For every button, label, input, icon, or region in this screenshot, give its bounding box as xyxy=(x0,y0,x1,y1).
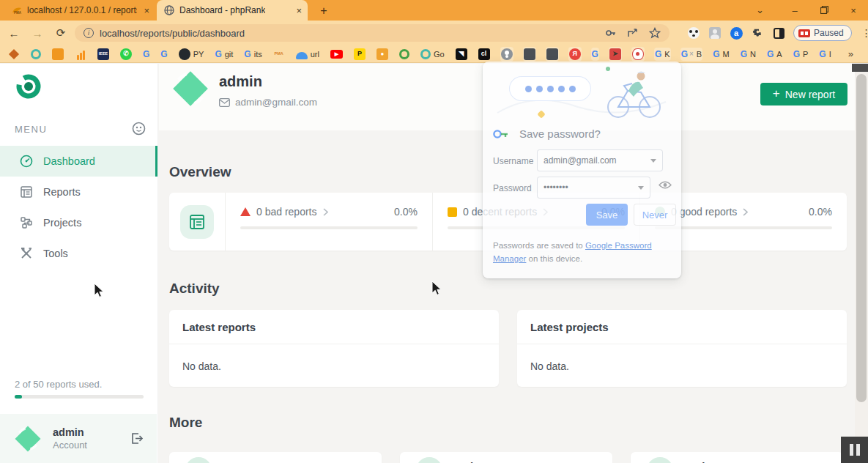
site-info-icon[interactable]: i xyxy=(84,28,94,38)
bookmark-item[interactable]: GA xyxy=(766,48,783,61)
password-select[interactable]: •••••••• xyxy=(537,177,650,199)
bookmark-label: N xyxy=(750,50,756,59)
bookmark-item[interactable]: Я xyxy=(568,47,582,62)
account-name: admin xyxy=(53,426,87,438)
logout-icon[interactable] xyxy=(130,431,144,445)
address-bar[interactable]: i localhost/reports/public/dashboard xyxy=(75,24,669,42)
sidebar-item-tools[interactable]: Tools xyxy=(0,238,157,269)
bookmark-item[interactable] xyxy=(523,47,536,62)
extensions-puzzle-icon[interactable] xyxy=(751,26,764,40)
recorder-pause-button[interactable] xyxy=(841,437,868,463)
bookmark-item[interactable]: ◥ xyxy=(455,47,468,62)
more-reports-card[interactable]: Reports xyxy=(169,452,382,463)
chip-favicon: ◥ xyxy=(456,48,467,60)
bookmark-item[interactable] xyxy=(74,47,87,62)
github-favicon xyxy=(179,48,190,60)
tab-title: Dashboard - phpRank xyxy=(179,5,265,15)
account-role: Account xyxy=(53,440,87,451)
bookmark-item[interactable] xyxy=(500,47,513,62)
sq-favicon xyxy=(52,48,64,60)
bookmark-item[interactable]: G xyxy=(142,48,150,61)
maximize-button[interactable] xyxy=(809,5,839,16)
at-extension-icon[interactable]: a xyxy=(730,26,743,40)
bookmark-item[interactable]: ● xyxy=(376,47,389,62)
activity-title: Activity xyxy=(169,281,220,297)
latest-projects-card: Latest projects No data. xyxy=(517,310,847,387)
new-report-button[interactable]: +New report xyxy=(760,83,847,105)
bookmark-item[interactable]: Go xyxy=(420,48,445,61)
bookmark-item[interactable]: G×B xyxy=(680,48,703,61)
bookmark-item[interactable]: GN xyxy=(740,48,757,61)
bookmark-item[interactable]: PY xyxy=(178,47,205,62)
bookmark-item[interactable]: url xyxy=(295,48,320,61)
profile-extension-icon[interactable] xyxy=(708,26,722,40)
bookmark-item[interactable]: GP xyxy=(793,48,809,61)
latest-reports-card: Latest reports No data. xyxy=(169,310,499,387)
tab-search-icon[interactable]: ⌄ xyxy=(756,4,764,15)
popup-title: Save password? xyxy=(519,127,601,140)
browser-menu-icon[interactable]: ⋮ xyxy=(861,27,868,39)
close-window-button[interactable]: × xyxy=(839,5,868,16)
bookmark-label: A xyxy=(776,50,782,59)
bookmark-item[interactable] xyxy=(30,48,42,61)
bookmark-item[interactable]: G xyxy=(160,48,168,61)
bookmark-item[interactable] xyxy=(51,47,64,62)
never-save-button[interactable]: Never xyxy=(634,204,676,226)
bookmark-item[interactable] xyxy=(631,47,645,62)
bookmarks-overflow-icon[interactable]: » xyxy=(848,48,853,59)
bookmark-item[interactable]: Gits xyxy=(243,48,262,61)
google-favicon: G xyxy=(681,49,688,59)
account-section[interactable]: admin Account xyxy=(0,414,157,463)
bookmark-star-icon[interactable] xyxy=(649,27,661,39)
bookmark-item[interactable] xyxy=(546,47,559,62)
reload-button[interactable]: ⟳ xyxy=(51,23,70,42)
strike-icon: × xyxy=(689,50,694,58)
side-panel-icon[interactable] xyxy=(772,26,785,40)
tab-close-icon[interactable]: × xyxy=(144,6,149,15)
bookmark-item[interactable]: GM xyxy=(712,48,730,61)
sidebar-item-dashboard[interactable]: Dashboard xyxy=(0,146,157,177)
bookmark-item[interactable]: ▶ xyxy=(330,48,344,60)
sidebar-item-label: Tools xyxy=(43,248,68,259)
bookmark-label: url xyxy=(311,50,319,59)
show-password-eye-icon[interactable] xyxy=(659,180,672,190)
back-button[interactable]: ← xyxy=(4,23,23,42)
forward-button[interactable]: → xyxy=(28,23,47,42)
recorder-paused-badge[interactable]: Paused xyxy=(793,25,852,41)
save-password-button[interactable]: Save xyxy=(586,204,628,226)
bookmark-item[interactable] xyxy=(7,47,21,62)
bookmark-item[interactable]: GI xyxy=(818,48,831,61)
minimize-button[interactable]: – xyxy=(780,5,809,16)
bookmark-item[interactable]: G xyxy=(591,48,599,61)
tab-phpmyadmin[interactable]: PMA localhost / 127.0.0.1 / reports / u … xyxy=(4,0,155,21)
tab-close-icon[interactable]: × xyxy=(296,6,302,15)
support-icon[interactable] xyxy=(132,122,146,136)
bookmark-item[interactable]: GK xyxy=(654,48,671,61)
more-tools-card[interactable]: Tools xyxy=(631,452,843,463)
cam-favicon: ● xyxy=(376,48,388,60)
globe2-favicon xyxy=(524,48,535,60)
panda-extension-icon[interactable] xyxy=(687,26,700,40)
more-projects-card[interactable]: Projects xyxy=(400,452,612,463)
bookmark-item[interactable]: PMA xyxy=(272,47,286,62)
bookmark-item[interactable]: Ggit xyxy=(214,48,234,61)
sidebar-item-reports[interactable]: Reports xyxy=(0,177,157,207)
username-value: admin@gmail.com xyxy=(544,155,617,166)
username-select[interactable]: admin@gmail.com xyxy=(537,149,663,171)
password-value: •••••••• xyxy=(544,182,568,193)
bookmark-item[interactable]: ➤ xyxy=(609,47,622,62)
tab-dashboard[interactable]: Dashboard - phpRank × xyxy=(157,0,308,21)
bookmark-label: PY xyxy=(193,50,204,59)
scrollbar-thumb[interactable] xyxy=(856,74,867,402)
bookmark-item[interactable]: P xyxy=(353,47,366,62)
bookmark-item[interactable]: cl xyxy=(478,47,491,62)
new-tab-button[interactable]: + xyxy=(316,4,331,18)
bad-reports-stat[interactable]: 0 bad reports 0.0% xyxy=(226,193,432,251)
sidebar-item-projects[interactable]: Projects xyxy=(0,207,157,238)
bookmark-item[interactable]: ✆ xyxy=(119,47,133,62)
bookmark-item[interactable] xyxy=(398,48,410,61)
password-key-icon[interactable] xyxy=(605,27,617,39)
share-icon[interactable] xyxy=(627,27,639,39)
scrollbar-track[interactable] xyxy=(855,64,868,463)
bookmark-item[interactable]: IEEE xyxy=(97,47,110,62)
